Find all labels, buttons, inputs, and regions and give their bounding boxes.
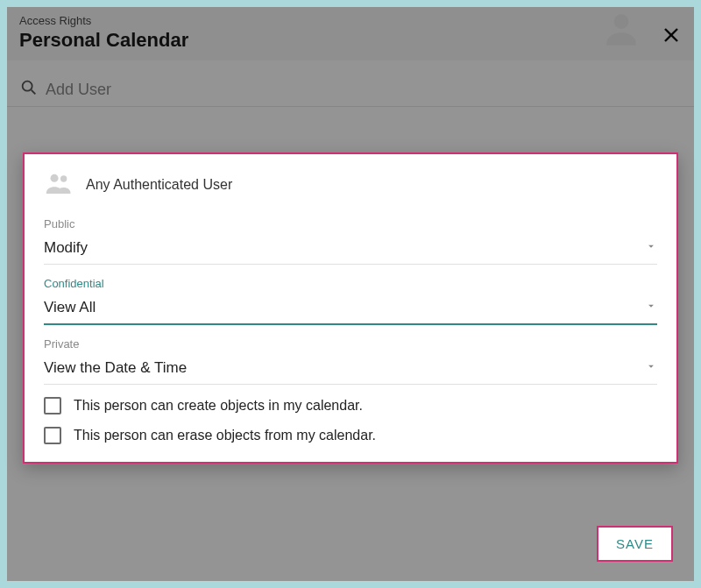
svg-point-3 [23,81,32,91]
close-button[interactable] [661,25,682,49]
public-select[interactable]: Modify [44,234,657,265]
avatar-icon [599,7,643,51]
chevron-down-icon [645,239,657,257]
public-select-value: Modify [44,239,88,257]
private-select-value: View the Date & Time [44,359,187,377]
confidential-field: Confidential View All [44,277,657,325]
app-frame: Access Rights Personal Calendar [7,7,694,581]
svg-point-6 [60,175,67,181]
chevron-down-icon [645,359,657,377]
chevron-down-icon [645,299,657,316]
public-field-label: Public [44,217,657,230]
selected-user-row: Any Authenticated User [44,168,657,202]
can-create-label: This person can create objects in my cal… [74,398,363,414]
svg-point-5 [51,174,59,182]
header-subtitle: Access Rights [19,14,682,27]
private-select[interactable]: View the Date & Time [44,354,657,385]
header: Access Rights Personal Calendar [7,7,694,60]
checkbox-box [44,427,61,444]
can-create-checkbox[interactable]: This person can create objects in my cal… [44,397,657,414]
private-field-label: Private [44,337,657,351]
add-user-row [7,60,694,107]
checkbox-box [44,397,61,414]
confidential-field-label: Confidential [44,277,657,290]
page-title: Personal Calendar [19,29,682,52]
selected-user-label: Any Authenticated User [86,177,232,193]
public-field: Public Modify [44,217,657,265]
save-button[interactable]: SAVE [597,526,673,562]
private-field: Private View the Date & Time [44,337,657,385]
search-icon [19,78,39,101]
add-user-input[interactable] [46,81,682,99]
users-icon [44,168,74,202]
can-erase-label: This person can erase objects from my ca… [74,428,376,443]
can-erase-checkbox[interactable]: This person can erase objects from my ca… [44,427,657,444]
confidential-select[interactable]: View All [44,294,657,325]
close-icon [661,25,682,46]
access-rights-panel: Any Authenticated User Public Modify Con… [23,152,678,464]
svg-line-4 [32,90,36,95]
confidential-select-value: View All [44,299,96,316]
svg-point-0 [614,14,629,29]
